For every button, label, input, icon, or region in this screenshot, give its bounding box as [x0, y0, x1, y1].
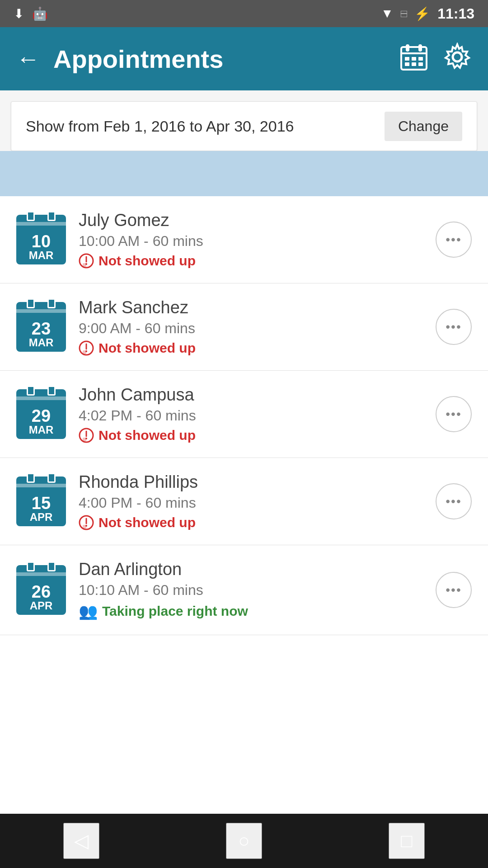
- cal-top-bar: [16, 484, 66, 487]
- more-dots-icon: •••: [446, 320, 461, 334]
- cal-top-bar: [16, 309, 66, 313]
- settings-button[interactable]: [443, 42, 472, 75]
- more-options-button[interactable]: •••: [436, 396, 472, 432]
- nav-back-button[interactable]: ◁: [63, 823, 99, 859]
- android-icon: 🤖: [32, 6, 48, 21]
- more-options-button[interactable]: •••: [436, 222, 472, 258]
- appointment-time: 4:00 PM - 60 mins: [79, 495, 423, 511]
- more-dots-icon: •••: [446, 583, 461, 597]
- nav-recent-button[interactable]: □: [389, 823, 425, 859]
- appointment-item: 29 MAR John Campusa 4:02 PM - 60 mins No…: [0, 371, 488, 458]
- cal-month: APR: [30, 600, 53, 611]
- recent-nav-icon: □: [401, 831, 412, 850]
- cal-ring-right: [47, 473, 56, 483]
- more-dots-icon: •••: [446, 407, 461, 421]
- appointment-item: 26 APR Dan Arlington 10:10 AM - 60 mins …: [0, 545, 488, 635]
- appointment-name: Mark Sanchez: [79, 298, 423, 317]
- appointment-status: Not showed up: [79, 515, 423, 530]
- status-label: Taking place right now: [102, 604, 248, 619]
- appointment-name: Dan Arlington: [79, 560, 423, 579]
- appointment-status: Not showed up: [79, 428, 423, 443]
- appointment-details: Mark Sanchez 9:00 AM - 60 mins Not showe…: [66, 298, 436, 356]
- svg-rect-7: [405, 62, 409, 66]
- more-options-button[interactable]: •••: [436, 483, 472, 519]
- appointments-list: 10 MAR July Gomez 10:00 AM - 60 mins Not…: [0, 196, 488, 814]
- appointment-name: July Gomez: [79, 211, 423, 230]
- app-header: ← Appointments: [0, 27, 488, 90]
- date-filter-bar: Show from Feb 1, 2016 to Apr 30, 2016 Ch…: [11, 101, 477, 151]
- sim-icon: □: [401, 7, 408, 20]
- appointment-time: 9:00 AM - 60 mins: [79, 320, 423, 337]
- status-right-icons: ▼ □ ⚡ 11:13: [381, 5, 474, 22]
- cal-ring-right: [47, 386, 56, 396]
- cal-day: 29: [32, 407, 51, 425]
- blue-banner: [0, 151, 488, 196]
- bottom-navigation: ◁ ○ □: [0, 814, 488, 868]
- status-label: Not showed up: [99, 428, 196, 443]
- svg-rect-14: [83, 263, 86, 267]
- cal-ring-left: [27, 386, 35, 396]
- back-nav-icon: ◁: [74, 831, 89, 850]
- cal-day: 26: [32, 583, 51, 600]
- appointment-status: Not showed up: [79, 253, 423, 269]
- appointment-item: 15 APR Rhonda Phillips 4:00 PM - 60 mins…: [0, 458, 488, 545]
- cal-day: 10: [32, 233, 51, 250]
- appointment-name: John Campusa: [79, 385, 423, 405]
- appointment-item: 10 MAR July Gomez 10:00 AM - 60 mins Not…: [0, 196, 488, 283]
- svg-rect-9: [418, 62, 423, 66]
- cal-ring-left: [27, 211, 35, 221]
- cal-ring-right: [47, 298, 56, 308]
- appointment-name: Rhonda Phillips: [79, 472, 423, 492]
- appointment-details: July Gomez 10:00 AM - 60 mins Not showed…: [66, 211, 436, 269]
- appointment-time: 10:00 AM - 60 mins: [79, 233, 423, 250]
- date-range-text: Show from Feb 1, 2016 to Apr 30, 2016: [26, 118, 294, 135]
- cal-day: 23: [32, 320, 51, 337]
- cal-ring-left: [27, 298, 35, 308]
- svg-rect-26: [83, 525, 86, 528]
- download-icon: ⬇: [14, 6, 24, 21]
- cal-ring-right: [47, 561, 56, 571]
- cal-month: APR: [30, 512, 53, 523]
- svg-rect-8: [412, 62, 416, 66]
- appointment-details: Dan Arlington 10:10 AM - 60 mins 👥 Takin…: [66, 560, 436, 620]
- battery-icon: ⚡: [414, 6, 430, 21]
- cal-month: MAR: [29, 250, 54, 261]
- home-nav-icon: ○: [238, 831, 249, 850]
- more-options-button[interactable]: •••: [436, 572, 472, 608]
- calendar-date-icon: 26 APR: [16, 565, 66, 615]
- appointment-item: 23 MAR Mark Sanchez 9:00 AM - 60 mins No…: [0, 283, 488, 371]
- appointment-status: 👥 Taking place right now: [79, 602, 423, 620]
- calendar-date-icon: 15 APR: [16, 476, 66, 526]
- appointment-details: John Campusa 4:02 PM - 60 mins Not showe…: [66, 385, 436, 443]
- status-label: Not showed up: [99, 253, 196, 269]
- svg-rect-4: [405, 57, 409, 61]
- cal-rings: [16, 386, 66, 396]
- more-options-button[interactable]: •••: [436, 309, 472, 345]
- appointment-time: 10:10 AM - 60 mins: [79, 582, 423, 599]
- page-title: Appointments: [53, 44, 399, 74]
- cal-day: 15: [32, 495, 51, 512]
- change-date-button[interactable]: Change: [385, 112, 462, 141]
- no-show-icon: [79, 340, 94, 356]
- nav-home-button[interactable]: ○: [226, 823, 262, 859]
- status-bar: ⬇ 🤖 ▼ □ ⚡ 11:13: [0, 0, 488, 27]
- cal-ring-right: [47, 211, 56, 221]
- svg-rect-18: [83, 350, 86, 354]
- cal-month: MAR: [29, 425, 54, 435]
- wifi-icon: ▼: [381, 6, 394, 21]
- back-button[interactable]: ←: [16, 47, 40, 71]
- header-actions: [399, 42, 472, 75]
- calendar-date-icon: 29 MAR: [16, 389, 66, 439]
- status-label: Not showed up: [99, 340, 196, 356]
- no-show-icon: [79, 253, 94, 269]
- cal-rings: [16, 473, 66, 483]
- cal-rings: [16, 561, 66, 571]
- calendar-view-button[interactable]: [399, 42, 428, 75]
- svg-rect-2: [418, 44, 422, 52]
- cal-top-bar: [16, 222, 66, 226]
- svg-rect-22: [83, 438, 86, 441]
- cal-ring-left: [27, 473, 35, 483]
- svg-rect-1: [406, 44, 409, 52]
- more-dots-icon: •••: [446, 232, 461, 247]
- status-left-icons: ⬇ 🤖: [14, 6, 48, 21]
